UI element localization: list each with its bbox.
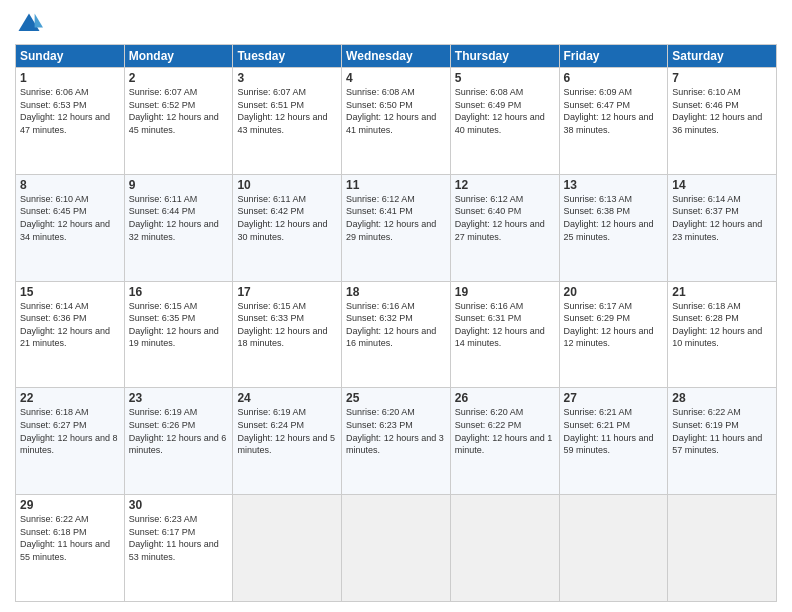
- weekday-header-monday: Monday: [124, 45, 233, 68]
- calendar-cell: [668, 495, 777, 602]
- day-number: 2: [129, 71, 229, 85]
- day-number: 20: [564, 285, 664, 299]
- day-info: Sunrise: 6:16 AMSunset: 6:31 PMDaylight:…: [455, 300, 555, 350]
- calendar-cell: 30Sunrise: 6:23 AMSunset: 6:17 PMDayligh…: [124, 495, 233, 602]
- day-info: Sunrise: 6:08 AMSunset: 6:50 PMDaylight:…: [346, 86, 446, 136]
- day-number: 11: [346, 178, 446, 192]
- weekday-header-thursday: Thursday: [450, 45, 559, 68]
- calendar-week-3: 15Sunrise: 6:14 AMSunset: 6:36 PMDayligh…: [16, 281, 777, 388]
- day-number: 18: [346, 285, 446, 299]
- calendar-cell: 4Sunrise: 6:08 AMSunset: 6:50 PMDaylight…: [342, 68, 451, 175]
- day-info: Sunrise: 6:08 AMSunset: 6:49 PMDaylight:…: [455, 86, 555, 136]
- calendar-cell: 10Sunrise: 6:11 AMSunset: 6:42 PMDayligh…: [233, 174, 342, 281]
- calendar-cell: 29Sunrise: 6:22 AMSunset: 6:18 PMDayligh…: [16, 495, 125, 602]
- calendar-cell: 25Sunrise: 6:20 AMSunset: 6:23 PMDayligh…: [342, 388, 451, 495]
- day-number: 9: [129, 178, 229, 192]
- day-number: 8: [20, 178, 120, 192]
- calendar-cell: 5Sunrise: 6:08 AMSunset: 6:49 PMDaylight…: [450, 68, 559, 175]
- day-info: Sunrise: 6:18 AMSunset: 6:28 PMDaylight:…: [672, 300, 772, 350]
- calendar-cell: 16Sunrise: 6:15 AMSunset: 6:35 PMDayligh…: [124, 281, 233, 388]
- day-info: Sunrise: 6:07 AMSunset: 6:52 PMDaylight:…: [129, 86, 229, 136]
- calendar-cell: 20Sunrise: 6:17 AMSunset: 6:29 PMDayligh…: [559, 281, 668, 388]
- day-info: Sunrise: 6:10 AMSunset: 6:45 PMDaylight:…: [20, 193, 120, 243]
- logo-icon: [15, 10, 43, 38]
- day-info: Sunrise: 6:15 AMSunset: 6:35 PMDaylight:…: [129, 300, 229, 350]
- day-info: Sunrise: 6:14 AMSunset: 6:36 PMDaylight:…: [20, 300, 120, 350]
- calendar-cell: 8Sunrise: 6:10 AMSunset: 6:45 PMDaylight…: [16, 174, 125, 281]
- weekday-header-friday: Friday: [559, 45, 668, 68]
- calendar-cell: 6Sunrise: 6:09 AMSunset: 6:47 PMDaylight…: [559, 68, 668, 175]
- calendar-cell: 9Sunrise: 6:11 AMSunset: 6:44 PMDaylight…: [124, 174, 233, 281]
- calendar-cell: 1Sunrise: 6:06 AMSunset: 6:53 PMDaylight…: [16, 68, 125, 175]
- calendar-week-5: 29Sunrise: 6:22 AMSunset: 6:18 PMDayligh…: [16, 495, 777, 602]
- day-info: Sunrise: 6:06 AMSunset: 6:53 PMDaylight:…: [20, 86, 120, 136]
- logo: [15, 10, 47, 38]
- calendar-cell: 2Sunrise: 6:07 AMSunset: 6:52 PMDaylight…: [124, 68, 233, 175]
- calendar-cell: 11Sunrise: 6:12 AMSunset: 6:41 PMDayligh…: [342, 174, 451, 281]
- calendar-cell: 23Sunrise: 6:19 AMSunset: 6:26 PMDayligh…: [124, 388, 233, 495]
- day-info: Sunrise: 6:14 AMSunset: 6:37 PMDaylight:…: [672, 193, 772, 243]
- calendar-week-4: 22Sunrise: 6:18 AMSunset: 6:27 PMDayligh…: [16, 388, 777, 495]
- day-number: 12: [455, 178, 555, 192]
- day-info: Sunrise: 6:20 AMSunset: 6:22 PMDaylight:…: [455, 406, 555, 456]
- calendar-table: SundayMondayTuesdayWednesdayThursdayFrid…: [15, 44, 777, 602]
- day-info: Sunrise: 6:18 AMSunset: 6:27 PMDaylight:…: [20, 406, 120, 456]
- day-number: 22: [20, 391, 120, 405]
- weekday-header-saturday: Saturday: [668, 45, 777, 68]
- day-info: Sunrise: 6:23 AMSunset: 6:17 PMDaylight:…: [129, 513, 229, 563]
- day-info: Sunrise: 6:16 AMSunset: 6:32 PMDaylight:…: [346, 300, 446, 350]
- day-number: 15: [20, 285, 120, 299]
- day-info: Sunrise: 6:21 AMSunset: 6:21 PMDaylight:…: [564, 406, 664, 456]
- day-number: 27: [564, 391, 664, 405]
- day-info: Sunrise: 6:09 AMSunset: 6:47 PMDaylight:…: [564, 86, 664, 136]
- calendar-cell: 13Sunrise: 6:13 AMSunset: 6:38 PMDayligh…: [559, 174, 668, 281]
- day-info: Sunrise: 6:10 AMSunset: 6:46 PMDaylight:…: [672, 86, 772, 136]
- calendar-cell: 27Sunrise: 6:21 AMSunset: 6:21 PMDayligh…: [559, 388, 668, 495]
- day-info: Sunrise: 6:11 AMSunset: 6:42 PMDaylight:…: [237, 193, 337, 243]
- calendar-cell: [233, 495, 342, 602]
- day-number: 17: [237, 285, 337, 299]
- calendar-cell: 24Sunrise: 6:19 AMSunset: 6:24 PMDayligh…: [233, 388, 342, 495]
- day-info: Sunrise: 6:19 AMSunset: 6:24 PMDaylight:…: [237, 406, 337, 456]
- day-info: Sunrise: 6:07 AMSunset: 6:51 PMDaylight:…: [237, 86, 337, 136]
- day-number: 3: [237, 71, 337, 85]
- day-info: Sunrise: 6:17 AMSunset: 6:29 PMDaylight:…: [564, 300, 664, 350]
- day-number: 4: [346, 71, 446, 85]
- day-number: 19: [455, 285, 555, 299]
- day-number: 5: [455, 71, 555, 85]
- day-number: 23: [129, 391, 229, 405]
- svg-marker-1: [35, 14, 43, 28]
- calendar-cell: 12Sunrise: 6:12 AMSunset: 6:40 PMDayligh…: [450, 174, 559, 281]
- calendar-week-2: 8Sunrise: 6:10 AMSunset: 6:45 PMDaylight…: [16, 174, 777, 281]
- calendar-cell: 19Sunrise: 6:16 AMSunset: 6:31 PMDayligh…: [450, 281, 559, 388]
- calendar-cell: 21Sunrise: 6:18 AMSunset: 6:28 PMDayligh…: [668, 281, 777, 388]
- calendar-cell: 28Sunrise: 6:22 AMSunset: 6:19 PMDayligh…: [668, 388, 777, 495]
- day-number: 25: [346, 391, 446, 405]
- weekday-header-sunday: Sunday: [16, 45, 125, 68]
- day-number: 7: [672, 71, 772, 85]
- day-number: 13: [564, 178, 664, 192]
- calendar-cell: [450, 495, 559, 602]
- calendar-cell: [342, 495, 451, 602]
- weekday-header-row: SundayMondayTuesdayWednesdayThursdayFrid…: [16, 45, 777, 68]
- calendar-cell: 3Sunrise: 6:07 AMSunset: 6:51 PMDaylight…: [233, 68, 342, 175]
- day-number: 28: [672, 391, 772, 405]
- day-info: Sunrise: 6:11 AMSunset: 6:44 PMDaylight:…: [129, 193, 229, 243]
- day-info: Sunrise: 6:15 AMSunset: 6:33 PMDaylight:…: [237, 300, 337, 350]
- day-number: 14: [672, 178, 772, 192]
- day-info: Sunrise: 6:19 AMSunset: 6:26 PMDaylight:…: [129, 406, 229, 456]
- page: SundayMondayTuesdayWednesdayThursdayFrid…: [0, 0, 792, 612]
- calendar-week-1: 1Sunrise: 6:06 AMSunset: 6:53 PMDaylight…: [16, 68, 777, 175]
- day-number: 24: [237, 391, 337, 405]
- calendar-cell: 22Sunrise: 6:18 AMSunset: 6:27 PMDayligh…: [16, 388, 125, 495]
- day-number: 10: [237, 178, 337, 192]
- header: [15, 10, 777, 38]
- day-number: 21: [672, 285, 772, 299]
- calendar-cell: [559, 495, 668, 602]
- day-info: Sunrise: 6:22 AMSunset: 6:19 PMDaylight:…: [672, 406, 772, 456]
- day-info: Sunrise: 6:13 AMSunset: 6:38 PMDaylight:…: [564, 193, 664, 243]
- day-number: 16: [129, 285, 229, 299]
- day-number: 26: [455, 391, 555, 405]
- day-info: Sunrise: 6:20 AMSunset: 6:23 PMDaylight:…: [346, 406, 446, 456]
- day-number: 29: [20, 498, 120, 512]
